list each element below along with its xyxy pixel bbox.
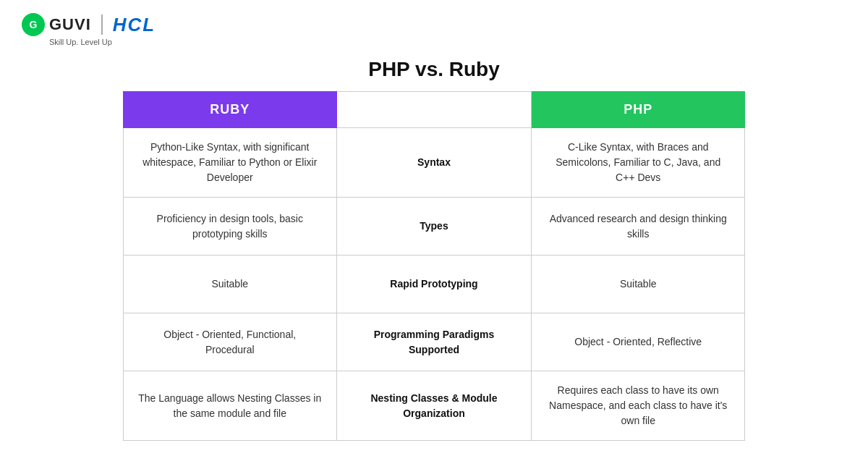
ruby-cell: Proficiency in design tools, basic proto… bbox=[124, 198, 337, 256]
php-cell: Object - Oriented, Reflective bbox=[532, 313, 745, 371]
php-cell: Suitable bbox=[532, 256, 745, 313]
middle-cell: Types bbox=[336, 198, 532, 256]
logo-area: G GUVI HCL Skill Up. Level Up bbox=[22, 13, 156, 46]
middle-header bbox=[336, 92, 532, 128]
php-cell: C-Like Syntax, with Braces and Semicolon… bbox=[532, 128, 745, 198]
middle-cell: Nesting Classes & Module Organization bbox=[336, 371, 532, 441]
table-body: Python-Like Syntax, with significant whi… bbox=[124, 128, 745, 441]
comparison-table: RUBY PHP Python-Like Syntax, with signif… bbox=[123, 91, 745, 441]
php-cell: Requires each class to have its own Name… bbox=[532, 371, 745, 441]
table-row: SuitableRapid PrototypingSuitable bbox=[124, 256, 745, 313]
ruby-cell: Suitable bbox=[124, 256, 337, 313]
ruby-cell: Python-Like Syntax, with significant whi… bbox=[124, 128, 337, 198]
ruby-header: RUBY bbox=[124, 92, 337, 128]
guvi-text: GUVI bbox=[49, 15, 91, 34]
middle-cell: Rapid Prototyping bbox=[336, 256, 532, 313]
guvi-logo: G GUVI bbox=[22, 13, 91, 36]
table-row: Object - Oriented, Functional, Procedura… bbox=[124, 313, 745, 371]
php-cell: Advanced research and design thinking sk… bbox=[532, 198, 745, 256]
table-header-row: RUBY PHP bbox=[124, 92, 745, 128]
guvi-icon-label: G bbox=[30, 19, 38, 30]
hcl-text: HCL bbox=[113, 14, 156, 36]
table-row: Python-Like Syntax, with significant whi… bbox=[124, 128, 745, 198]
page-title: PHP vs. Ruby bbox=[0, 58, 868, 81]
guvi-icon: G bbox=[22, 13, 45, 36]
logo-row: G GUVI HCL bbox=[22, 13, 156, 36]
middle-cell: Syntax bbox=[336, 128, 532, 198]
table-row: Proficiency in design tools, basic proto… bbox=[124, 198, 745, 256]
table-wrapper: RUBY PHP Python-Like Syntax, with signif… bbox=[0, 91, 868, 441]
tagline: Skill Up. Level Up bbox=[49, 38, 112, 46]
php-header: PHP bbox=[532, 92, 745, 128]
table-row: The Language allows Nesting Classes in t… bbox=[124, 371, 745, 441]
divider bbox=[101, 14, 103, 35]
middle-cell: Programming Paradigms Supported bbox=[336, 313, 532, 371]
ruby-cell: The Language allows Nesting Classes in t… bbox=[124, 371, 337, 441]
ruby-cell: Object - Oriented, Functional, Procedura… bbox=[124, 313, 337, 371]
header: G GUVI HCL Skill Up. Level Up bbox=[0, 0, 868, 51]
